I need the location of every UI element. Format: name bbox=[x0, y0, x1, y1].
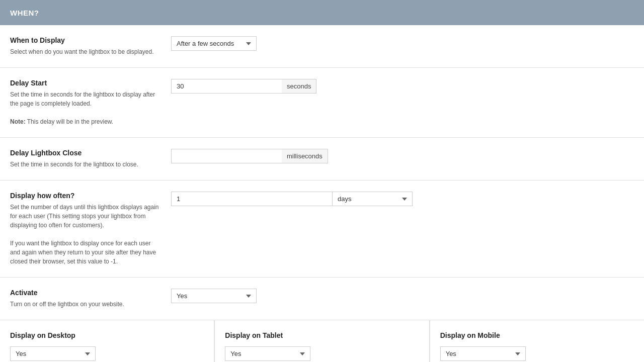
section-right-delay-close: milliseconds bbox=[171, 149, 634, 163]
delay-lightbox-close-section: Delay Lightbox Close Set the time in sec… bbox=[0, 138, 644, 180]
when-to-display-section: When to Display Select when do you want … bbox=[0, 25, 644, 68]
display-on-tablet-dropdown[interactable]: Yes No bbox=[225, 346, 310, 361]
display-how-often-desc: Set the number of days until this lightb… bbox=[10, 203, 161, 266]
page-title: WHEN? bbox=[10, 9, 39, 17]
activate-dropdown[interactable]: Yes No bbox=[171, 289, 257, 303]
delay-lightbox-close-unit: milliseconds bbox=[282, 149, 328, 163]
activate-title: Activate bbox=[10, 289, 161, 297]
section-left-delay-start: Delay Start Set the time in seconds for … bbox=[10, 79, 171, 126]
delay-start-title: Delay Start bbox=[10, 79, 161, 87]
section-left-activate: Activate Turn on or off the lightbox on … bbox=[10, 289, 171, 309]
display-on-mobile-section: Display on Mobile Yes No Turn on or off … bbox=[430, 320, 644, 362]
section-left-how-often: Display how often? Set the number of day… bbox=[10, 192, 171, 266]
delay-start-note-label: Note: bbox=[10, 118, 26, 125]
display-on-mobile-dropdown[interactable]: Yes No bbox=[440, 346, 526, 361]
display-on-desktop-section: Display on Desktop Yes No Turn on or off… bbox=[0, 320, 214, 362]
display-on-desktop-dropdown[interactable]: Yes No bbox=[10, 346, 96, 361]
delay-start-desc: Set the time in seconds for the lightbox… bbox=[10, 90, 161, 126]
section-right-delay-start: seconds bbox=[171, 79, 634, 94]
display-how-often-section: Display how often? Set the number of day… bbox=[0, 180, 644, 278]
display-how-often-input[interactable] bbox=[171, 192, 332, 206]
delay-lightbox-close-input[interactable] bbox=[171, 149, 282, 163]
display-device-row: Display on Desktop Yes No Turn on or off… bbox=[0, 320, 644, 362]
display-on-tablet-title: Display on Tablet bbox=[225, 331, 419, 339]
when-to-display-dropdown[interactable]: After a few seconds On exit intent On sc… bbox=[171, 36, 257, 51]
display-on-desktop-title: Display on Desktop bbox=[10, 331, 204, 339]
delay-lightbox-close-title: Delay Lightbox Close bbox=[10, 149, 161, 157]
delay-start-input-group: seconds bbox=[171, 79, 316, 94]
when-to-display-title: When to Display bbox=[10, 36, 161, 44]
display-how-often-title: Display how often? bbox=[10, 192, 161, 200]
section-right-how-often: days hours minutes bbox=[171, 192, 634, 206]
page-header: WHEN? bbox=[0, 0, 644, 25]
display-on-tablet-section: Display on Tablet Yes No Turn on or off … bbox=[214, 320, 429, 362]
delay-start-section: Delay Start Set the time in seconds for … bbox=[0, 68, 644, 138]
section-left-when-to-display: When to Display Select when do you want … bbox=[10, 36, 171, 56]
activate-desc: Turn on or off the lightbox on your webs… bbox=[10, 300, 161, 309]
when-to-display-desc: Select when do you want the lightbox to … bbox=[10, 47, 161, 56]
delay-start-main-desc: Set the time in seconds for the lightbox… bbox=[10, 91, 155, 107]
delay-lightbox-close-desc: Set the time in seconds for the lightbox… bbox=[10, 160, 161, 169]
section-right-activate: Yes No bbox=[171, 289, 634, 303]
activate-section: Activate Turn on or off the lightbox on … bbox=[0, 278, 644, 320]
main-content: When to Display Select when do you want … bbox=[0, 25, 644, 362]
display-how-often-dropdown[interactable]: days hours minutes bbox=[332, 192, 413, 206]
display-how-often-input-group: days hours minutes bbox=[171, 192, 413, 206]
delay-start-note-text: This delay will be in the preview. bbox=[26, 118, 114, 125]
delay-start-input[interactable] bbox=[171, 79, 282, 94]
delay-start-unit: seconds bbox=[282, 79, 316, 94]
delay-lightbox-close-input-group: milliseconds bbox=[171, 149, 328, 163]
section-left-delay-close: Delay Lightbox Close Set the time in sec… bbox=[10, 149, 171, 169]
section-right-when-to-display: After a few seconds On exit intent On sc… bbox=[171, 36, 634, 51]
display-on-mobile-title: Display on Mobile bbox=[440, 331, 634, 339]
display-how-often-desc2: If you want the lightbox to display once… bbox=[10, 240, 156, 265]
display-how-often-desc1: Set the number of days until this lightb… bbox=[10, 204, 159, 229]
